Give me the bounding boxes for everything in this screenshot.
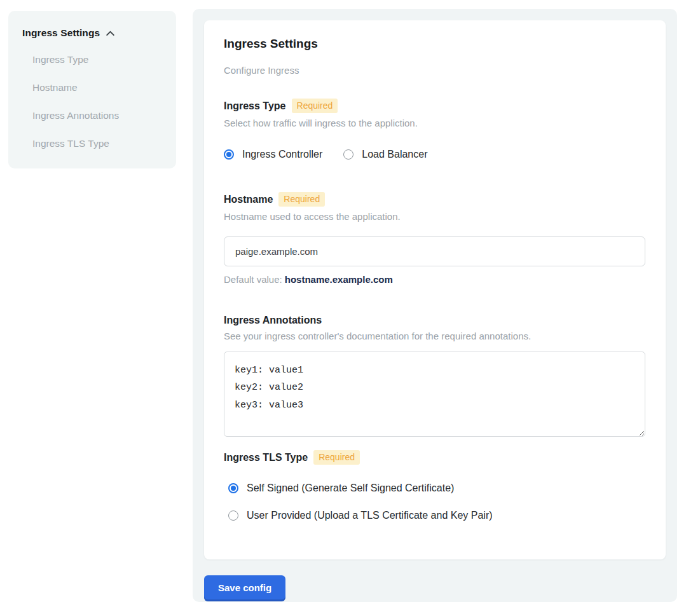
- radio-label: User Provided (Upload a TLS Certificate …: [247, 510, 493, 521]
- sidebar-item-ingress-type[interactable]: Ingress Type: [32, 54, 165, 65]
- hostname-description: Hostname used to access the application.: [224, 211, 645, 222]
- hostname-label: Hostname: [224, 194, 273, 205]
- required-badge: Required: [292, 99, 338, 113]
- save-config-button[interactable]: Save config: [204, 575, 285, 601]
- ingress-tls-type-label: Ingress TLS Type: [224, 452, 308, 463]
- required-badge: Required: [278, 192, 325, 207]
- sidebar-item-ingress-tls-type[interactable]: Ingress TLS Type: [32, 138, 165, 149]
- page: Ingress Settings Ingress Type Hostname I…: [0, 0, 693, 616]
- settings-panel: Ingress Settings Configure Ingress Ingre…: [193, 9, 677, 602]
- field-ingress-tls-type: Ingress TLS Type Required Self Signed (G…: [224, 450, 645, 521]
- chevron-up-icon[interactable]: [105, 28, 116, 39]
- field-ingress-annotations: Ingress Annotations See your ingress con…: [224, 315, 645, 437]
- default-value-text: hostname.example.com: [285, 274, 393, 285]
- sidebar-section-toggle[interactable]: Ingress Settings: [22, 27, 165, 39]
- radio-option-load-balancer[interactable]: Load Balancer: [343, 149, 427, 160]
- ingress-annotations-label: Ingress Annotations: [224, 315, 322, 326]
- radio-label: Self Signed (Generate Self Signed Certif…: [247, 483, 454, 494]
- radio-icon: [343, 149, 353, 160]
- radio-icon: [228, 510, 238, 521]
- hostname-input[interactable]: [224, 236, 645, 266]
- radio-option-user-provided[interactable]: User Provided (Upload a TLS Certificate …: [228, 510, 645, 521]
- sidebar-item-ingress-annotations[interactable]: Ingress Annotations: [32, 110, 165, 121]
- default-value-prefix: Default value:: [224, 274, 282, 285]
- field-ingress-type: Ingress Type Required Select how traffic…: [224, 99, 645, 160]
- ingress-type-radio-group: Ingress Controller Load Balancer: [224, 149, 645, 160]
- ingress-settings-card: Ingress Settings Configure Ingress Ingre…: [204, 20, 666, 559]
- field-hostname: Hostname Required Hostname used to acces…: [224, 192, 645, 285]
- ingress-type-description: Select how traffic will ingress to the a…: [224, 118, 645, 128]
- ingress-tls-radio-group: Self Signed (Generate Self Signed Certif…: [228, 483, 645, 521]
- ingress-annotations-textarea[interactable]: key1: value1 key2: value2 key3: value3: [224, 352, 645, 437]
- radio-icon: [224, 149, 234, 160]
- ingress-type-label: Ingress Type: [224, 100, 286, 112]
- sidebar-item-list: Ingress Type Hostname Ingress Annotation…: [22, 54, 165, 149]
- radio-option-ingress-controller[interactable]: Ingress Controller: [224, 149, 322, 160]
- radio-label: Ingress Controller: [242, 149, 322, 160]
- settings-nav-sidebar: Ingress Settings Ingress Type Hostname I…: [8, 11, 176, 168]
- radio-option-self-signed[interactable]: Self Signed (Generate Self Signed Certif…: [228, 483, 645, 494]
- page-subtitle: Configure Ingress: [224, 65, 645, 76]
- sidebar-item-hostname[interactable]: Hostname: [32, 82, 165, 93]
- radio-icon: [228, 483, 238, 493]
- page-title: Ingress Settings: [224, 37, 645, 51]
- hostname-default-helper: Default value:hostname.example.com: [224, 274, 645, 285]
- ingress-annotations-description: See your ingress controller's documentat…: [224, 331, 645, 341]
- required-badge: Required: [313, 450, 360, 465]
- sidebar-section-title: Ingress Settings: [22, 27, 100, 39]
- radio-label: Load Balancer: [362, 149, 427, 160]
